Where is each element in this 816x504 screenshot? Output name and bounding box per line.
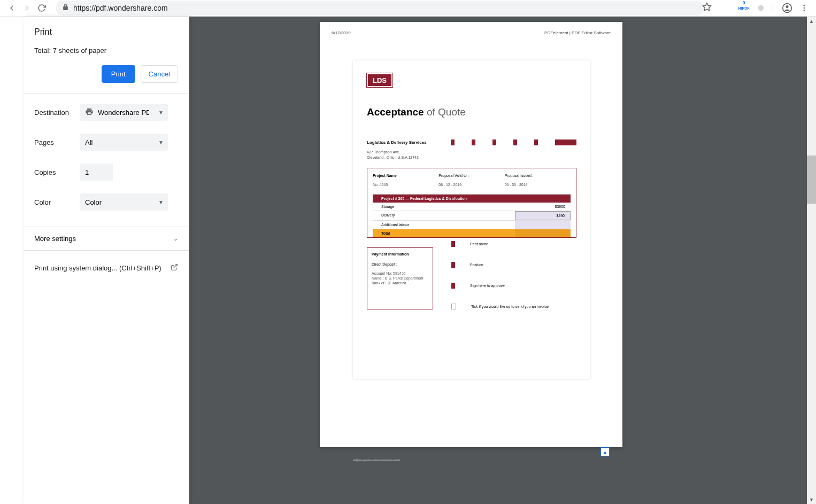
page-preview: 6/17/2019 PDFelement | PDF Editor Softwa… — [320, 22, 622, 447]
total-count: 7 sheets of paper — [53, 46, 106, 55]
cancel-button[interactable]: Cancel — [141, 65, 178, 83]
chevron-down-icon: ⌄ — [173, 235, 178, 242]
extension-icon-1[interactable]: 0 HiPDF — [736, 1, 751, 15]
forward-button[interactable] — [19, 1, 34, 15]
address-bar[interactable]: https://pdf.wondershare.com — [56, 1, 704, 15]
bookmark-star-icon[interactable] — [702, 2, 712, 14]
svg-line-7 — [174, 265, 177, 268]
back-button[interactable] — [4, 1, 19, 15]
chevron-down-icon: ▼ — [158, 139, 164, 145]
menu-icon[interactable] — [797, 1, 812, 15]
chevron-down-icon: ▼ — [158, 199, 164, 205]
signature-column: Print name Position Sign here to approve… — [433, 247, 576, 309]
print-title: Print — [34, 27, 178, 37]
row3-value — [515, 221, 571, 229]
browser-toolbar: https://pdf.wondershare.com 0 HiPDF — [0, 0, 816, 17]
table-row-total: Total — [373, 229, 571, 237]
table-row: Storage $3900 — [373, 203, 571, 211]
row2-value: $490 — [515, 211, 571, 220]
red-square — [492, 139, 496, 145]
decorative-squares — [451, 139, 576, 145]
copies-label: Copies — [34, 168, 80, 176]
url-text: https://pdf.wondershare.com — [73, 4, 168, 12]
sign-row: Print name — [451, 241, 576, 247]
scroll-up-arrow[interactable]: ▲ — [807, 17, 816, 26]
svg-point-5 — [804, 7, 805, 9]
extension-icon-2[interactable] — [753, 1, 768, 15]
company-name: Logistics & Delivery Services — [367, 140, 451, 145]
color-label: Color — [34, 198, 80, 206]
valid-to-label: Proposal Valid to : — [438, 174, 504, 177]
payment-info-box: Payment Information Direct Deposit : Acc… — [367, 247, 433, 309]
red-square — [534, 139, 538, 145]
document-body: LDS Acceptance of Quote Logistics & Deli… — [353, 60, 590, 379]
title-bold: Acceptance — [367, 106, 424, 118]
print-total: Total: 7 sheets of paper — [34, 46, 178, 55]
destination-row: Destination Wondershare PDFel ▼ — [34, 104, 178, 121]
table-row: Delivery $490 — [373, 211, 571, 221]
total-label: Total — [373, 229, 515, 237]
vertical-scrollbar[interactable]: ▲ ▼ — [807, 17, 816, 504]
copies-row: Copies — [34, 164, 178, 181]
destination-label: Destination — [34, 108, 80, 117]
svg-point-1 — [758, 5, 764, 11]
issued-label: Proposal Issued : — [505, 174, 571, 177]
more-settings-toggle[interactable]: More settings ⌄ — [24, 227, 189, 251]
color-select[interactable]: Color ▼ — [80, 193, 168, 211]
red-square — [451, 262, 455, 268]
reload-button[interactable] — [34, 1, 49, 15]
system-dialog-link[interactable]: Print using system dialog... (Ctrl+Shift… — [34, 251, 178, 285]
total-prefix: Total: — [34, 46, 53, 55]
quote-table: Project # 265 — Federal Logistics & Dist… — [373, 194, 571, 237]
doc-title: Acceptance of Quote — [367, 106, 576, 118]
lock-icon — [62, 4, 69, 12]
scroll-top-button[interactable]: ▲ — [601, 447, 610, 456]
sidebar-gap — [0, 17, 12, 504]
separator — [773, 4, 773, 12]
pages-row: Pages All ▼ — [34, 134, 178, 151]
checkbox-icon — [451, 304, 456, 309]
payment-sub: Direct Deposit : — [372, 262, 428, 266]
red-square — [472, 139, 475, 145]
addr-line-2: Cleveland , Ohio , U.S.A 12743 — [367, 155, 576, 160]
profile-icon[interactable] — [780, 1, 795, 15]
page-date: 6/17/2019 — [332, 30, 351, 35]
copies-input[interactable] — [80, 164, 113, 181]
project-name-label: Project Name — [373, 174, 438, 177]
color-row: Color Color ▼ — [34, 193, 178, 211]
sign-approve-label: Sign here to approve — [470, 284, 505, 288]
pages-select[interactable]: All ▼ — [80, 134, 168, 151]
external-link-icon — [171, 263, 178, 273]
destination-select[interactable]: Wondershare PDFel ▼ — [80, 104, 168, 121]
print-button[interactable]: Print — [102, 65, 135, 83]
footer-url: https://pdf.wondershare.com — [353, 458, 400, 462]
scroll-down-arrow[interactable]: ▼ — [807, 495, 816, 504]
payment-line-3: Bank of : JF America — [372, 281, 428, 285]
more-settings-label: More settings — [34, 235, 76, 243]
row2-label: Delivery — [373, 211, 515, 220]
destination-value: Wondershare PDFel — [98, 108, 149, 117]
addr-line-1: 427 Thompson Ave. — [367, 150, 576, 155]
print-preview: 6/17/2019 PDFelement | PDF Editor Softwa… — [189, 17, 816, 504]
page-header: 6/17/2019 PDFelement | PDF Editor Softwa… — [320, 22, 622, 35]
sign-row: Tick if you would like us to send you an… — [451, 304, 576, 309]
svg-point-3 — [786, 5, 789, 8]
sign-row: Position — [451, 262, 576, 268]
page-app-title: PDFelement | PDF Editor Software — [544, 30, 611, 35]
color-value: Color — [85, 198, 102, 206]
workspace: Print Total: 7 sheets of paper Print Can… — [0, 17, 816, 504]
pages-label: Pages — [34, 138, 80, 146]
quote-box: Project Name No. #265 Proposal Valid to … — [367, 168, 576, 238]
svg-marker-0 — [703, 3, 711, 11]
row1-value: $3900 — [515, 203, 571, 211]
row3-label: Additional labour — [373, 221, 515, 229]
company-row: Logistics & Delivery Services — [367, 139, 576, 145]
invoice-tick-label: Tick if you would like us to send you an… — [471, 305, 550, 308]
table-row: Additional labour — [373, 221, 571, 229]
printer-icon — [85, 107, 94, 118]
payment-line-2: Name : U.S. Parks Department — [372, 276, 428, 280]
payment-title: Payment Information — [372, 252, 428, 256]
valid-to-value: 08 . 12 . 2019 — [438, 183, 504, 187]
scrollbar-thumb[interactable] — [807, 156, 816, 204]
bottom-section: Payment Information Direct Deposit : Acc… — [367, 247, 576, 309]
